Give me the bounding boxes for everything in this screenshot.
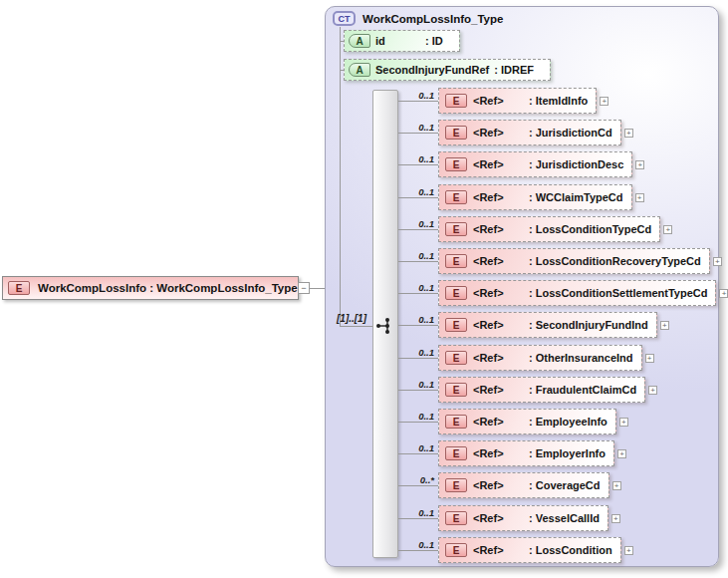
- element-icon: E: [445, 351, 467, 365]
- child-element-row: E <Ref> : JurisdictionDesc +: [438, 151, 644, 177]
- element-name-label: : CoverageCd: [529, 479, 601, 491]
- element-name-label: : OtherInsuranceInd: [529, 352, 633, 364]
- element-ref-box[interactable]: E <Ref> : LossConditionRecoveryTypeCd: [438, 248, 710, 274]
- compositor-cardinality: [1]..[1]: [329, 313, 366, 324]
- child-element-row: E <Ref> : LossCondition +: [438, 537, 633, 563]
- element-ref-box[interactable]: E <Ref> : LossConditionSettlementTypeCd: [438, 280, 716, 306]
- element-ref-tag: <Ref>: [473, 127, 523, 139]
- cardinality-label: 0..1: [396, 186, 434, 197]
- cardinality-label: 0..1: [396, 282, 434, 293]
- element-ref-tag: <Ref>: [473, 223, 523, 235]
- expand-toggle[interactable]: +: [619, 418, 628, 427]
- complex-type-title: WorkCompLossInfo_Type: [363, 13, 503, 25]
- child-element-row: E <Ref> : ItemIdInfo +: [438, 88, 608, 114]
- child-element-row: E <Ref> : EmployeeInfo +: [438, 409, 628, 434]
- attribute-type: : ID: [425, 35, 443, 47]
- child-element-row: E <Ref> : LossConditionRecoveryTypeCd +: [438, 248, 722, 274]
- attribute-box-secondinjuryfundref[interactable]: A SecondInjuryFundRef : IDREF: [344, 59, 551, 81]
- expand-toggle[interactable]: +: [635, 193, 644, 202]
- element-ref-box[interactable]: E <Ref> : LossConditionTypeCd: [438, 216, 660, 242]
- expand-toggle[interactable]: +: [713, 257, 722, 266]
- connector-line: [398, 133, 438, 134]
- element-ref-tag: <Ref>: [473, 352, 523, 364]
- connector-line: [398, 164, 438, 165]
- element-ref-tag: <Ref>: [473, 479, 523, 491]
- element-icon: E: [445, 543, 467, 557]
- cardinality-label: 0..*: [396, 474, 434, 485]
- element-icon: E: [445, 478, 467, 492]
- element-icon: E: [445, 383, 467, 397]
- element-ref-box[interactable]: E <Ref> : JurisdictionDesc: [438, 151, 632, 177]
- cardinality-label: 0..1: [396, 379, 434, 390]
- element-ref-box[interactable]: E <Ref> : SecondInjuryFundInd: [438, 312, 657, 338]
- cardinality-label: 0..1: [396, 539, 434, 550]
- element-ref-box[interactable]: E <Ref> : CoverageCd: [438, 472, 609, 498]
- sequence-icon: [374, 317, 392, 335]
- child-element-row: E <Ref> : CoverageCd +: [438, 472, 621, 498]
- complex-type-header: CT WorkCompLossInfo_Type: [333, 11, 503, 26]
- connector-line: [340, 326, 372, 327]
- element-ref-tag: <Ref>: [473, 95, 523, 107]
- element-ref-box[interactable]: E <Ref> : JurisdictionCd: [438, 120, 621, 145]
- expand-toggle[interactable]: +: [624, 546, 633, 555]
- connector-line: [398, 261, 438, 262]
- child-element-row: E <Ref> : LossConditionTypeCd +: [438, 216, 672, 242]
- element-name-label: : LossCondition: [529, 544, 612, 556]
- cardinality-label: 0..1: [396, 122, 434, 133]
- expand-toggle[interactable]: +: [719, 289, 728, 298]
- cardinality-label: 0..1: [396, 411, 434, 422]
- element-name-label: : ItemIdInfo: [529, 95, 588, 107]
- cardinality-label: 0..1: [396, 218, 434, 229]
- element-icon: E: [445, 318, 467, 332]
- element-ref-tag: <Ref>: [473, 512, 523, 524]
- element-ref-tag: <Ref>: [473, 287, 523, 299]
- element-icon: E: [445, 286, 467, 300]
- expand-toggle[interactable]: +: [611, 514, 620, 523]
- expand-toggle[interactable]: +: [635, 160, 644, 169]
- element-ref-box[interactable]: E <Ref> : OtherInsuranceInd: [438, 345, 642, 371]
- child-element-row: E <Ref> : FraudulentClaimCd +: [438, 377, 657, 403]
- expand-toggle[interactable]: +: [600, 97, 608, 106]
- element-ref-box[interactable]: E <Ref> : WCClaimTypeCd: [438, 184, 632, 210]
- child-element-row: E <Ref> : LossConditionSettlementTypeCd …: [438, 280, 728, 306]
- element-ref-box[interactable]: E <Ref> : EmployeeInfo: [438, 409, 616, 434]
- element-name-label: : VesselCallId: [529, 512, 600, 524]
- element-ref-box[interactable]: E <Ref> : LossCondition: [438, 537, 621, 563]
- cardinality-label: 0..1: [396, 507, 434, 518]
- element-name-label: : LossConditionRecoveryTypeCd: [529, 255, 701, 267]
- cardinality-label: 0..1: [396, 442, 434, 453]
- expand-toggle[interactable]: +: [645, 354, 654, 363]
- element-icon: E: [445, 222, 467, 236]
- attribute-box-id[interactable]: A id : ID: [344, 30, 460, 52]
- connector-line: [398, 390, 438, 391]
- root-element-box[interactable]: E WorkCompLossInfo : WorkCompLossInfo_Ty…: [2, 276, 299, 300]
- element-ref-box[interactable]: E <Ref> : VesselCallId: [438, 505, 608, 531]
- collapse-toggle[interactable]: −: [298, 282, 310, 294]
- child-element-row: E <Ref> : VesselCallId +: [438, 505, 620, 531]
- element-name-label: : WCClaimTypeCd: [529, 191, 623, 203]
- expand-toggle[interactable]: +: [612, 481, 621, 490]
- cardinality-label: 0..1: [396, 90, 434, 101]
- child-element-row: E <Ref> : OtherInsuranceInd +: [438, 345, 654, 371]
- expand-toggle[interactable]: +: [624, 129, 633, 138]
- element-name-label: : FraudulentClaimCd: [529, 384, 636, 396]
- attribute-type: : IDREF: [494, 64, 534, 76]
- element-ref-box[interactable]: E <Ref> : ItemIdInfo: [438, 88, 597, 114]
- element-ref-box[interactable]: E <Ref> : EmployerInfo: [438, 440, 614, 466]
- element-ref-box[interactable]: E <Ref> : FraudulentClaimCd: [438, 377, 645, 403]
- connector-line: [398, 101, 438, 102]
- expand-toggle[interactable]: +: [648, 386, 657, 395]
- expand-toggle[interactable]: +: [663, 225, 672, 234]
- element-ref-tag: <Ref>: [473, 416, 523, 428]
- expand-toggle[interactable]: +: [660, 321, 669, 330]
- expand-toggle[interactable]: +: [617, 449, 626, 458]
- cardinality-label: 0..1: [396, 250, 434, 261]
- xsd-diagram: E WorkCompLossInfo : WorkCompLossInfo_Ty…: [0, 0, 728, 578]
- element-icon: E: [8, 281, 30, 295]
- element-ref-tag: <Ref>: [473, 319, 523, 331]
- element-name-label: : LossConditionSettlementTypeCd: [529, 287, 707, 299]
- connector-line: [340, 27, 341, 326]
- element-icon: E: [445, 415, 467, 429]
- cardinality-label: 0..1: [396, 314, 434, 325]
- attribute-icon: A: [349, 63, 370, 77]
